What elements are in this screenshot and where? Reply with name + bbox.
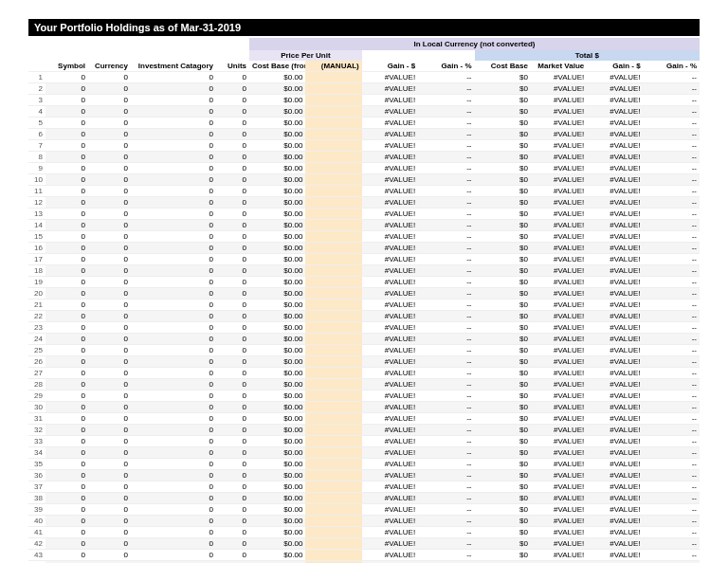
- cell-costbase-google[interactable]: $0.00: [249, 550, 305, 561]
- cell-gain-s[interactable]: #VALUE!: [362, 311, 418, 322]
- cell-gain-s2[interactable]: #VALUE!: [587, 402, 643, 413]
- cell-units[interactable]: 0: [216, 413, 249, 425]
- cell-gain-p[interactable]: --: [418, 368, 474, 379]
- cell-gain-s2[interactable]: #VALUE!: [587, 470, 643, 481]
- cell-currency[interactable]: 0: [88, 254, 131, 265]
- cell-symbol[interactable]: 0: [46, 538, 88, 550]
- cell-costbase-google[interactable]: $0.00: [249, 220, 305, 231]
- cell-costbase-google[interactable]: $0.00: [249, 459, 305, 470]
- cell-costbase[interactable]: $0: [475, 118, 531, 129]
- cell-gain-p2[interactable]: --: [644, 390, 700, 402]
- cell-currency[interactable]: 0: [88, 106, 131, 118]
- cell-costbase[interactable]: $0: [475, 504, 531, 516]
- cell-manual[interactable]: [305, 390, 361, 402]
- cell-units[interactable]: 0: [216, 254, 249, 265]
- cell-manual[interactable]: [305, 129, 361, 140]
- cell-gain-p[interactable]: --: [418, 413, 474, 425]
- cell-currency[interactable]: 0: [88, 243, 131, 254]
- cell-gain-p2[interactable]: --: [644, 300, 700, 311]
- cell-costbase[interactable]: $0: [475, 322, 531, 334]
- cell-costbase-google[interactable]: $0.00: [249, 413, 305, 425]
- cell-gain-s2[interactable]: #VALUE!: [587, 277, 643, 288]
- cell-market-value[interactable]: #VALUE!: [531, 186, 587, 197]
- cell-gain-p2[interactable]: --: [644, 83, 700, 95]
- cell-gain-s[interactable]: #VALUE!: [362, 459, 418, 470]
- cell-category[interactable]: 0: [131, 538, 216, 550]
- cell-gain-s2[interactable]: #VALUE!: [587, 243, 643, 254]
- cell-symbol[interactable]: 0: [46, 254, 88, 265]
- cell-gain-s[interactable]: #VALUE!: [362, 504, 418, 516]
- cell-currency[interactable]: 0: [88, 311, 131, 322]
- cell-gain-p[interactable]: --: [418, 516, 474, 527]
- cell-currency[interactable]: 0: [88, 493, 131, 504]
- cell-costbase[interactable]: $0: [475, 300, 531, 311]
- cell-category[interactable]: 0: [131, 129, 216, 140]
- cell-gain-p2[interactable]: --: [644, 129, 700, 140]
- cell-gain-p[interactable]: --: [418, 277, 474, 288]
- cell-category[interactable]: 0: [131, 470, 216, 481]
- cell-gain-s2[interactable]: #VALUE!: [587, 516, 643, 527]
- cell-gain-p2[interactable]: --: [644, 174, 700, 186]
- cell-gain-s2[interactable]: #VALUE!: [587, 322, 643, 334]
- cell-gain-s2[interactable]: #VALUE!: [587, 197, 643, 209]
- cell-category[interactable]: 0: [131, 254, 216, 265]
- cell-gain-s2[interactable]: #VALUE!: [587, 118, 643, 129]
- cell-symbol[interactable]: 0: [46, 493, 88, 504]
- cell-manual[interactable]: [305, 425, 361, 436]
- cell-symbol[interactable]: 0: [46, 72, 88, 83]
- cell-category[interactable]: 0: [131, 436, 216, 447]
- cell-manual[interactable]: [305, 550, 361, 561]
- cell-symbol[interactable]: 0: [46, 106, 88, 118]
- cell-gain-p[interactable]: --: [418, 220, 474, 231]
- cell-category[interactable]: 0: [131, 118, 216, 129]
- cell-units[interactable]: 0: [216, 356, 249, 368]
- cell-category[interactable]: 0: [131, 516, 216, 527]
- cell-market-value[interactable]: #VALUE!: [531, 436, 587, 447]
- cell-symbol[interactable]: 0: [46, 231, 88, 243]
- cell-manual[interactable]: [305, 277, 361, 288]
- cell-currency[interactable]: 0: [88, 163, 131, 174]
- cell-units[interactable]: 0: [216, 300, 249, 311]
- cell-market-value[interactable]: #VALUE!: [531, 140, 587, 152]
- cell-gain-p[interactable]: --: [418, 186, 474, 197]
- cell-units[interactable]: 0: [216, 447, 249, 459]
- cell-market-value[interactable]: #VALUE!: [531, 425, 587, 436]
- cell-gain-p2[interactable]: --: [644, 459, 700, 470]
- cell-gain-p2[interactable]: --: [644, 470, 700, 481]
- cell-units[interactable]: 0: [216, 118, 249, 129]
- cell-costbase-google[interactable]: $0.00: [249, 140, 305, 152]
- cell-gain-s[interactable]: #VALUE!: [362, 72, 418, 83]
- cell-gain-s2[interactable]: #VALUE!: [587, 447, 643, 459]
- cell-gain-p2[interactable]: --: [644, 186, 700, 197]
- cell-units[interactable]: 0: [216, 550, 249, 561]
- cell-costbase-google[interactable]: $0.00: [249, 436, 305, 447]
- cell-gain-p[interactable]: --: [418, 425, 474, 436]
- cell-gain-p[interactable]: --: [418, 106, 474, 118]
- cell-gain-s2[interactable]: #VALUE!: [587, 152, 643, 163]
- cell-costbase-google[interactable]: $0.00: [249, 254, 305, 265]
- cell-gain-p2[interactable]: --: [644, 334, 700, 345]
- cell-currency[interactable]: 0: [88, 447, 131, 459]
- cell-costbase[interactable]: $0: [475, 379, 531, 390]
- cell-costbase-google[interactable]: $0.00: [249, 356, 305, 368]
- cell-costbase-google[interactable]: $0.00: [249, 345, 305, 356]
- cell-gain-p2[interactable]: --: [644, 550, 700, 561]
- cell-gain-p2[interactable]: --: [644, 322, 700, 334]
- cell-currency[interactable]: 0: [88, 413, 131, 425]
- cell-gain-s2[interactable]: #VALUE!: [587, 356, 643, 368]
- cell-costbase-google[interactable]: $0.00: [249, 311, 305, 322]
- cell-gain-s2[interactable]: #VALUE!: [587, 345, 643, 356]
- cell-gain-s[interactable]: #VALUE!: [362, 300, 418, 311]
- cell-costbase[interactable]: $0: [475, 83, 531, 95]
- cell-currency[interactable]: 0: [88, 481, 131, 493]
- cell-category[interactable]: 0: [131, 425, 216, 436]
- cell-costbase-google[interactable]: $0.00: [249, 288, 305, 300]
- cell-units[interactable]: 0: [216, 174, 249, 186]
- cell-manual[interactable]: [305, 72, 361, 83]
- cell-costbase-google[interactable]: $0.00: [249, 277, 305, 288]
- cell-manual[interactable]: [305, 402, 361, 413]
- cell-market-value[interactable]: #VALUE!: [531, 277, 587, 288]
- cell-units[interactable]: 0: [216, 106, 249, 118]
- cell-category[interactable]: 0: [131, 243, 216, 254]
- cell-symbol[interactable]: 0: [46, 83, 88, 95]
